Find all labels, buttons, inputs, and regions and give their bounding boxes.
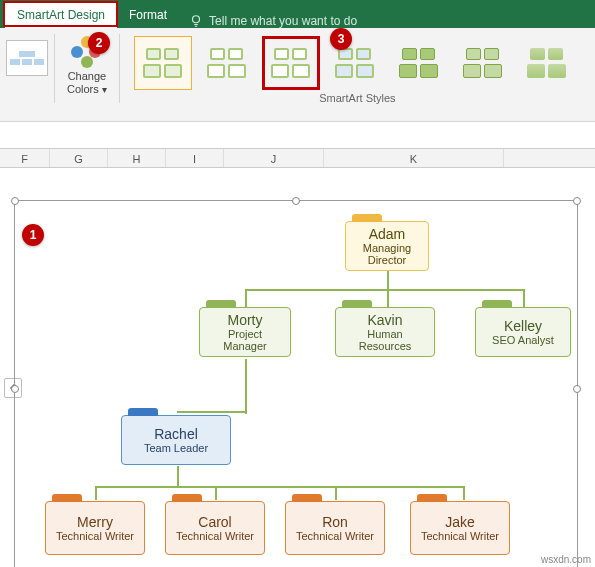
styles-group-label: SmartArt Styles: [126, 90, 589, 104]
style-option-5[interactable]: [390, 36, 448, 90]
col-header[interactable]: K: [324, 149, 504, 167]
style-option-6[interactable]: [454, 36, 512, 90]
connector: [245, 289, 247, 307]
watermark: wsxdn.com: [541, 554, 591, 565]
smartart-styles-gallery: [126, 32, 589, 90]
column-headers: F G H I J K: [0, 148, 595, 168]
lightbulb-icon: [189, 14, 203, 28]
connector: [523, 289, 525, 307]
connector: [95, 486, 465, 488]
annotation-badge-2: 2: [88, 32, 110, 54]
connector: [215, 486, 217, 500]
connector: [95, 486, 97, 500]
layout-option[interactable]: [6, 40, 48, 76]
change-colors-label: ChangeColors ▾: [67, 70, 107, 96]
connector: [387, 289, 389, 307]
ribbon-separator: [54, 34, 55, 103]
style-option-3[interactable]: [262, 36, 320, 90]
style-option-2[interactable]: [198, 36, 256, 90]
org-node-ron[interactable]: RonTechnical Writer: [285, 501, 385, 555]
connector: [245, 359, 247, 414]
col-header[interactable]: I: [166, 149, 224, 167]
tell-me-label: Tell me what you want to do: [209, 14, 357, 28]
org-node-morty[interactable]: MortyProject Manager: [199, 307, 291, 357]
style-option-7[interactable]: [518, 36, 576, 90]
worksheet-area: F G H I J K 1: [0, 148, 595, 567]
connector: [335, 486, 337, 500]
tab-smartart-design[interactable]: SmartArt Design: [5, 2, 117, 28]
col-header[interactable]: G: [50, 149, 108, 167]
smartart-object[interactable]: AdamManaging Director MortyProject Manag…: [14, 200, 578, 567]
tell-me-search[interactable]: Tell me what you want to do: [189, 14, 357, 28]
annotation-badge-3: 3: [330, 28, 352, 50]
org-node-jake[interactable]: JakeTechnical Writer: [410, 501, 510, 555]
col-header[interactable]: F: [0, 149, 50, 167]
org-node-rachel[interactable]: RachelTeam Leader: [121, 415, 231, 465]
svg-point-0: [193, 16, 200, 23]
connector: [387, 271, 389, 289]
org-node-kelley[interactable]: KelleySEO Analyst: [475, 307, 571, 357]
tab-format[interactable]: Format: [117, 2, 179, 28]
org-node-merry[interactable]: MerryTechnical Writer: [45, 501, 145, 555]
connector: [463, 486, 465, 500]
connector: [177, 411, 245, 413]
ribbon-tabs: SmartArt Design Format Tell me what you …: [0, 0, 595, 28]
connector: [177, 466, 179, 486]
col-header[interactable]: H: [108, 149, 166, 167]
org-node-carol[interactable]: CarolTechnical Writer: [165, 501, 265, 555]
org-node-kavin[interactable]: KavinHuman Resources: [335, 307, 435, 357]
ribbon-separator: [119, 34, 120, 103]
org-chart: AdamManaging Director MortyProject Manag…: [15, 201, 577, 567]
annotation-badge-1: 1: [22, 224, 44, 246]
connector: [245, 289, 525, 291]
col-header[interactable]: J: [224, 149, 324, 167]
layouts-group: [6, 32, 48, 121]
org-node-adam[interactable]: AdamManaging Director: [345, 221, 429, 271]
style-option-1[interactable]: [134, 36, 192, 90]
